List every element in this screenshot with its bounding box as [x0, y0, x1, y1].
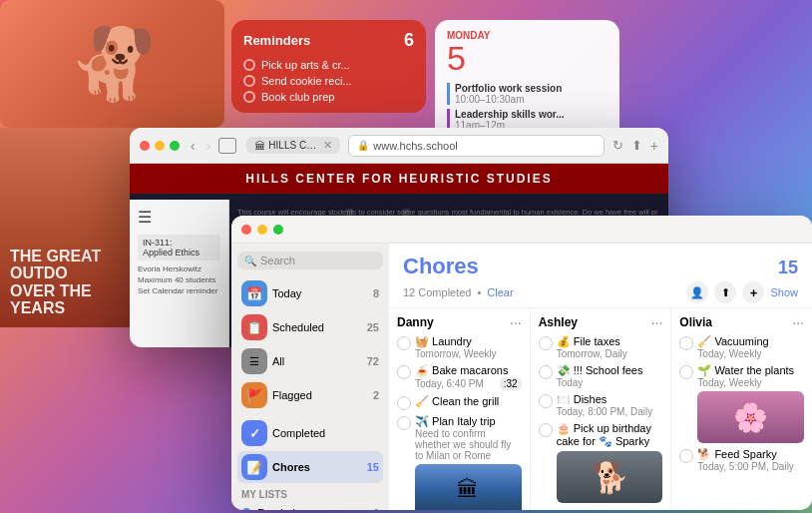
scheduled-count: 25 — [367, 321, 379, 333]
safari-school-tab[interactable]: 🏛HILLS CENTER FOR HEURISTIC STUDIES✕ — [246, 137, 340, 154]
flagged-count: 2 — [373, 389, 379, 401]
safari-share-btn[interactable]: ⬆ — [631, 138, 642, 153]
website-header: HILLS CENTER FOR HEURISTIC STUDIES — [130, 164, 668, 194]
task-grill[interactable]: 🧹 Clean the grill — [397, 395, 522, 410]
sidebar-item-all[interactable]: ☰ All 72 — [237, 345, 383, 377]
chores-count: 15 — [778, 257, 798, 278]
safari-forward-btn[interactable]: › — [206, 138, 211, 154]
task-vacuuming[interactable]: 🧹 Vacuuming Today, Weekly — [679, 335, 804, 359]
olivia-name: Olivia — [679, 315, 712, 329]
olivia-more[interactable]: ··· — [792, 314, 804, 330]
reminders-main: Chores 15 12 Completed • Clear 👤 ⬆ + Sho… — [389, 244, 812, 510]
safari-addtab-btn[interactable]: + — [650, 138, 658, 154]
danny-name: Danny — [397, 315, 434, 329]
sidebar-item-chores[interactable]: 📝 Chores 15 — [237, 451, 383, 483]
safari-tab-btn[interactable] — [218, 138, 236, 154]
reminders-sidebar: 🔍 Search 📅 Today 8 📋 Scheduled 25 — [231, 244, 389, 510]
chores-person-icon[interactable]: 👤 — [686, 281, 708, 303]
ashley-name: Ashley — [539, 315, 578, 329]
italy-image: 🏛 — [415, 464, 522, 510]
website-sidebar-item: IN-311:Applied Ethics — [138, 235, 220, 260]
search-icon: 🔍 — [244, 256, 256, 266]
scheduled-label: Scheduled — [272, 321, 362, 333]
chores-header: Chores 15 12 Completed • Clear 👤 ⬆ + Sho… — [389, 244, 812, 308]
my-lists-section: My Lists Reminders 6 Family 7 Work 5 — [237, 489, 383, 510]
reminders-app-window: 🔍 Search 📅 Today 8 📋 Scheduled 25 — [231, 216, 812, 510]
completed-label: Completed — [272, 427, 379, 439]
task-feed-sparky[interactable]: 🐕 Feed Sparky Today, 5:00 PM, Daily — [679, 448, 804, 472]
safari-refresh-btn[interactable]: ↻ — [612, 138, 623, 153]
sidebar-item-today[interactable]: 📅 Today 8 — [237, 277, 383, 309]
reminders-widget: Reminders 6 Pick up arts & cr... Send co… — [231, 20, 426, 113]
safari-close-dot[interactable] — [140, 141, 150, 151]
reminders-widget-count: 6 — [404, 30, 414, 51]
safari-minimize-dot[interactable] — [155, 141, 165, 151]
my-lists-title: My Lists — [241, 489, 379, 500]
chores-completed-label: 12 Completed — [403, 286, 472, 298]
reminders-widget-item-1: Pick up arts & cr... — [243, 59, 414, 71]
safari-toolbar: ‹ › 🏛HILLS CENTER FOR HEURISTIC STUDIES✕… — [130, 128, 668, 164]
website-title: HILLS CENTER FOR HEURISTIC STUDIES — [150, 172, 648, 186]
safari-zoom-dot[interactable] — [170, 141, 180, 151]
sidebar-item-completed[interactable]: ✓ Completed — [237, 417, 383, 449]
website-sidebar: ☰ IN-311:Applied Ethics Evoria Herskowit… — [130, 200, 229, 347]
sidebar-item-scheduled[interactable]: 📋 Scheduled 25 — [237, 311, 383, 343]
task-italy[interactable]: ✈️ Plan Italy trip Need to confirm wheth… — [397, 415, 522, 510]
smart-lists: 📅 Today 8 📋 Scheduled 25 ☰ All 72 — [237, 277, 383, 483]
task-laundry[interactable]: 🧺 Laundry Tomorrow, Weekly — [397, 335, 522, 359]
task-birthday-cake[interactable]: 🎂 Pick up birthday cake for 🐾 Sparky 🐕 — [539, 422, 663, 503]
reminders-minimize-dot[interactable] — [257, 225, 267, 235]
chores-title: Chores — [403, 254, 479, 279]
reminders-zoom-dot[interactable] — [273, 225, 283, 235]
danny-more[interactable]: ··· — [510, 314, 522, 330]
reminders-widget-item-3: Book club prep — [243, 91, 414, 103]
safari-url-bar[interactable]: 🔒 www.hchs.school — [348, 135, 604, 157]
flagged-label: Flagged — [272, 389, 368, 401]
chores-sidebar-count: 15 — [367, 461, 379, 473]
chores-share-icon[interactable]: ⬆ — [714, 281, 736, 303]
calendar-event-1: Portfolio work session 10:00–10:30am — [447, 83, 608, 105]
chores-add-icon[interactable]: + — [742, 281, 764, 303]
reminders-close-dot[interactable] — [241, 225, 251, 235]
column-ashley: Ashley ··· 💰 File taxes Tomorrow, Daily — [531, 308, 672, 510]
ashley-more[interactable]: ··· — [651, 314, 663, 330]
reminders-widget-title: Reminders — [243, 33, 310, 48]
task-water-plants[interactable]: 🌱 Water the plants Today, Weekly 🌸 — [679, 364, 804, 443]
reminders-widget-item-2: Send cookie reci... — [243, 75, 414, 87]
today-count: 8 — [373, 287, 379, 299]
task-school-fees[interactable]: 💸 !!! School fees Today — [539, 364, 663, 388]
all-count: 72 — [367, 355, 379, 367]
all-label: All — [272, 355, 362, 367]
safari-traffic-lights — [140, 141, 180, 151]
chores-clear-btn[interactable]: Clear — [487, 286, 513, 298]
task-macarons[interactable]: 🍝 Bake macarons Today, 6:40 PM :32 — [397, 364, 522, 390]
reminders-titlebar — [231, 216, 812, 244]
list-item-reminders[interactable]: Reminders 6 — [237, 504, 383, 510]
today-label: Today — [272, 287, 368, 299]
dog-image: 🐕 — [557, 451, 663, 503]
outdoors-bg: THE GREAT OUTDOOVER THE YEARS — [0, 128, 145, 327]
chores-columns: Danny ··· 🧺 Laundry Tomorrow, Weekly — [389, 308, 812, 510]
sidebar-item-flagged[interactable]: 🚩 Flagged 2 — [237, 379, 383, 411]
dog-image-bg: 🐕 — [0, 0, 224, 128]
calendar-date: 5 — [447, 41, 491, 75]
column-danny: Danny ··· 🧺 Laundry Tomorrow, Weekly — [389, 308, 531, 510]
reminders-search[interactable]: 🔍 Search — [237, 252, 383, 269]
safari-back-btn[interactable]: ‹ — [188, 138, 199, 154]
column-olivia: Olivia ··· 🧹 Vacuuming Today, Weekly — [671, 308, 812, 510]
chores-show-btn[interactable]: Show — [770, 286, 798, 298]
flowers-image: 🌸 — [697, 391, 804, 443]
task-taxes[interactable]: 💰 File taxes Tomorrow, Daily — [539, 335, 663, 359]
task-dishes[interactable]: 🍽️ Dishes Today, 8:00 PM, Daily — [539, 393, 663, 417]
search-placeholder: Search — [260, 255, 295, 266]
chores-sidebar-label: Chores — [272, 461, 362, 473]
